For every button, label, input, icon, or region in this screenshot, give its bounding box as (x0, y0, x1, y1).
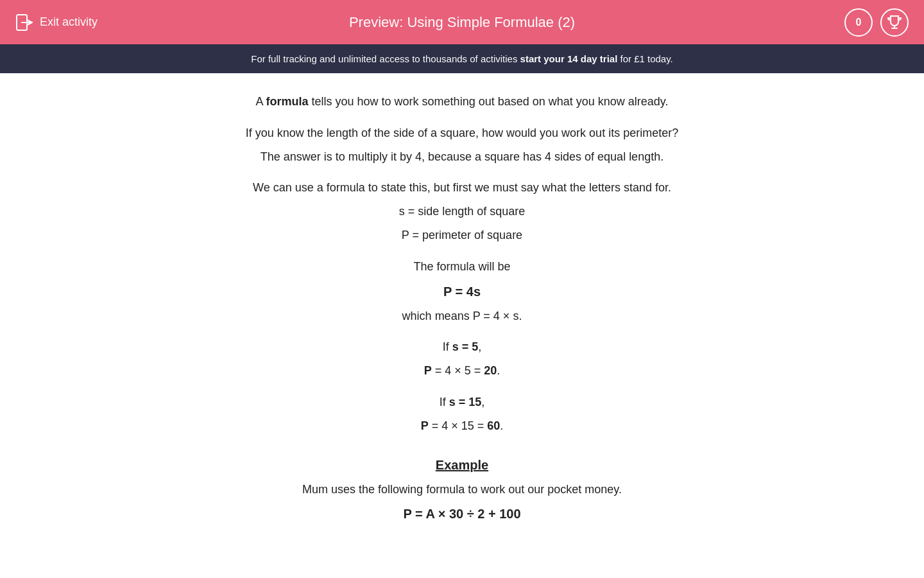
header: Exit activity Preview: Using Simple Form… (0, 0, 924, 44)
formula-word: formula (266, 95, 309, 108)
example2-if: If s = 15, (128, 393, 796, 412)
example1-calc: P = 4 × 5 = 20. (128, 362, 796, 380)
example2-p: P (421, 419, 429, 432)
score-badge[interactable]: 0 (844, 8, 873, 37)
example1-s: s = 5 (452, 340, 479, 353)
page-title: Preview: Using Simple Formulae (2) (349, 14, 575, 31)
which-means: which means P = 4 × s. (128, 307, 796, 326)
trophy-badge[interactable] (880, 8, 909, 37)
header-right: 0 (844, 8, 909, 37)
example1-result: 20 (484, 364, 497, 377)
banner-text-end: for £1 today. (617, 53, 672, 64)
example2-s: s = 15 (449, 396, 482, 408)
question-text: If you know the length of the side of a … (128, 124, 796, 143)
formula-intro-text: We can use a formula to state this, but … (128, 179, 796, 197)
example1-block: If s = 5, P = 4 × 5 = 20. (128, 338, 796, 380)
answer-text: The answer is to multiply it by 4, becau… (128, 148, 796, 166)
example1-p: P (424, 364, 432, 377)
main-content: A formula tells you how to work somethin… (0, 73, 924, 556)
exit-activity-button[interactable]: Exit activity (15, 13, 98, 31)
promo-banner: For full tracking and unlimited access t… (0, 44, 924, 73)
banner-text-start: For full tracking and unlimited access t… (251, 53, 520, 64)
intro-block: A formula tells you how to work somethin… (128, 92, 796, 111)
intro-text: tells you how to work something out base… (312, 95, 669, 108)
formula-will-be: The formula will be (128, 258, 796, 276)
formula-block: The formula will be P = 4s which means P… (128, 258, 796, 326)
exit-label: Exit activity (40, 15, 98, 29)
named-example-block: Example Mum uses the following formula t… (128, 455, 796, 525)
example-heading: Example (128, 455, 796, 475)
question-block: If you know the length of the side of a … (128, 124, 796, 166)
main-formula: P = 4s (128, 281, 796, 302)
example2-result: 60 (487, 419, 500, 432)
trophy-icon (886, 14, 903, 31)
p-definition: P = perimeter of square (128, 226, 796, 245)
banner-text-bold: start your 14 day trial (520, 53, 618, 64)
example2-calc: P = 4 × 15 = 60. (128, 417, 796, 435)
example2-block: If s = 15, P = 4 × 15 = 60. (128, 393, 796, 435)
example1-if: If s = 5, (128, 338, 796, 356)
example-formula: P = A × 30 ÷ 2 + 100 (128, 504, 796, 524)
s-definition: s = side length of square (128, 202, 796, 221)
example-description: Mum uses the following formula to work o… (128, 480, 796, 499)
formula-intro-block: We can use a formula to state this, but … (128, 179, 796, 244)
intro-paragraph: A formula tells you how to work somethin… (128, 92, 796, 111)
exit-icon (15, 13, 33, 31)
